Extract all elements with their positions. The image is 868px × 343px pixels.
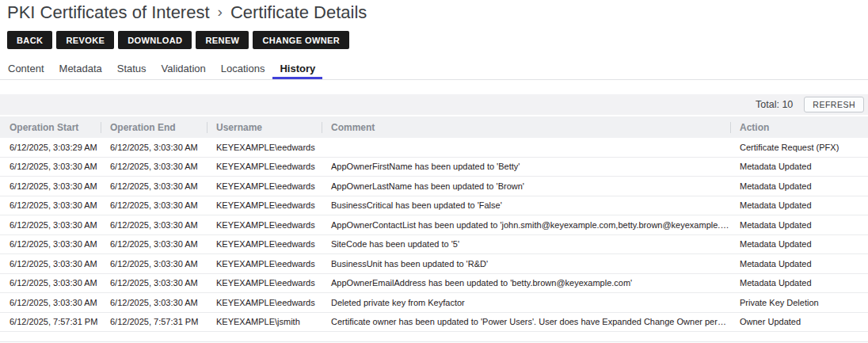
cell-operation-start: 6/12/2025, 3:03:30 AM: [0, 220, 101, 230]
cell-operation-end: 6/12/2025, 3:03:30 AM: [101, 239, 207, 249]
table-row[interactable]: 6/12/2025, 3:03:30 AM 6/12/2025, 3:03:30…: [0, 196, 868, 216]
tab-metadata[interactable]: Metadata: [52, 59, 109, 79]
table-row[interactable]: 6/12/2025, 7:57:31 PM 6/12/2025, 7:57:31…: [0, 313, 868, 333]
table-row[interactable]: 6/12/2025, 3:03:30 AM 6/12/2025, 3:03:30…: [0, 177, 868, 196]
cell-comment: AppOwnerFirstName has been updated to 'B…: [322, 162, 730, 171]
cell-operation-end: 6/12/2025, 3:03:30 AM: [101, 220, 207, 230]
cell-operation-start: 6/12/2025, 3:03:30 AM: [0, 162, 101, 171]
cell-operation-start: 6/12/2025, 3:03:30 AM: [0, 298, 101, 307]
cell-operation-end: 6/12/2025, 7:57:31 PM: [101, 317, 207, 326]
history-table-card: Total: 10 REFRESH Operation Start Operat…: [0, 94, 868, 342]
chevron-right-icon: ›: [218, 1, 223, 23]
cell-action: Private Key Deletion: [730, 298, 868, 307]
cell-comment: AppOwnerLastName has been updated to 'Br…: [322, 181, 730, 191]
table-header-row: Operation Start Operation End Username C…: [0, 116, 868, 138]
action-button-row: BACK REVOKE DOWNLOAD RENEW CHANGE OWNER: [7, 31, 868, 49]
table-row[interactable]: 6/12/2025, 3:03:30 AM 6/12/2025, 3:03:30…: [0, 274, 868, 294]
back-button[interactable]: BACK: [7, 31, 52, 49]
refresh-button[interactable]: REFRESH: [804, 97, 864, 112]
cell-comment: BusinessCritical has been updated to 'Fa…: [322, 200, 730, 210]
cell-username: KEYEXAMPLE\eedwards: [207, 298, 322, 307]
renew-button[interactable]: RENEW: [196, 31, 249, 49]
cell-comment: AppOwnerEmailAddress has been updated to…: [322, 278, 730, 288]
cell-comment: AppOwnerContactList has been updated to …: [322, 220, 730, 230]
cell-comment: Deleted private key from Keyfactor: [322, 298, 730, 307]
cell-operation-start: 6/12/2025, 3:03:30 AM: [0, 239, 101, 249]
table-row[interactable]: 6/12/2025, 3:03:30 AM 6/12/2025, 3:03:30…: [0, 158, 868, 177]
cell-operation-start: 6/12/2025, 7:57:31 PM: [0, 317, 101, 326]
cell-action: Certificate Request (PFX): [730, 143, 868, 152]
cell-operation-end: 6/12/2025, 3:03:30 AM: [101, 298, 207, 307]
change-owner-button[interactable]: CHANGE OWNER: [253, 31, 349, 49]
column-header-username[interactable]: Username: [207, 122, 322, 133]
tab-locations[interactable]: Locations: [214, 59, 272, 79]
cell-action: Owner Updated: [730, 317, 868, 326]
cell-comment: SiteCode has been updated to '5': [322, 239, 730, 249]
breadcrumb: PKI Certificates of Interest › Certifica…: [7, 2, 868, 24]
cell-operation-start: 6/12/2025, 3:03:30 AM: [0, 200, 101, 210]
total-count-label: Total: 10: [756, 99, 793, 110]
cell-username: KEYEXAMPLE\eedwards: [207, 143, 322, 152]
tab-bar: Content Metadata Status Validation Locat…: [0, 59, 868, 80]
column-header-action[interactable]: Action: [730, 122, 868, 133]
table-toolbar: Total: 10 REFRESH: [0, 94, 868, 115]
cell-username: KEYEXAMPLE\eedwards: [207, 162, 322, 171]
cell-action: Metadata Updated: [730, 162, 868, 171]
cell-username: KEYEXAMPLE\eedwards: [207, 239, 322, 249]
cell-username: KEYEXAMPLE\eedwards: [207, 181, 322, 191]
cell-username: KEYEXAMPLE\eedwards: [207, 200, 322, 210]
table-row[interactable]: 6/12/2025, 3:03:30 AM 6/12/2025, 3:03:30…: [0, 293, 868, 313]
tab-status[interactable]: Status: [110, 59, 154, 79]
cell-operation-end: 6/12/2025, 3:03:30 AM: [101, 162, 207, 171]
cell-operation-start: 6/12/2025, 3:03:30 AM: [0, 181, 101, 191]
cell-operation-start: 6/12/2025, 3:03:30 AM: [0, 278, 101, 288]
cell-username: KEYEXAMPLE\eedwards: [207, 259, 322, 269]
column-header-comment[interactable]: Comment: [322, 122, 730, 133]
column-header-operation-end[interactable]: Operation End: [101, 122, 207, 133]
cell-comment: BusinessUnit has been updated to 'R&D': [322, 259, 730, 269]
cell-operation-end: 6/12/2025, 3:03:30 AM: [101, 181, 207, 191]
table-row[interactable]: 6/12/2025, 3:03:30 AM 6/12/2025, 3:03:30…: [0, 235, 868, 255]
page-title: Certificate Details: [230, 2, 367, 24]
cell-action: Metadata Updated: [730, 278, 868, 288]
tab-content[interactable]: Content: [1, 59, 51, 79]
column-header-operation-start[interactable]: Operation Start: [0, 122, 101, 133]
cell-operation-end: 6/12/2025, 3:03:30 AM: [101, 278, 207, 288]
table-row[interactable]: 6/12/2025, 3:03:29 AM 6/12/2025, 3:03:30…: [0, 138, 868, 158]
cell-action: Metadata Updated: [730, 259, 868, 269]
cell-action: Metadata Updated: [730, 220, 868, 230]
cell-operation-end: 6/12/2025, 3:03:30 AM: [101, 200, 207, 210]
cell-operation-end: 6/12/2025, 3:03:30 AM: [101, 143, 207, 152]
table-body: 6/12/2025, 3:03:29 AM 6/12/2025, 3:03:30…: [0, 138, 868, 332]
cell-action: Metadata Updated: [730, 181, 868, 191]
cell-operation-end: 6/12/2025, 3:03:30 AM: [101, 259, 207, 269]
revoke-button[interactable]: REVOKE: [56, 31, 114, 49]
table-row[interactable]: 6/12/2025, 3:03:30 AM 6/12/2025, 3:03:30…: [0, 254, 868, 274]
cell-operation-start: 6/12/2025, 3:03:30 AM: [0, 259, 101, 269]
cell-username: KEYEXAMPLE\eedwards: [207, 278, 322, 288]
cell-operation-start: 6/12/2025, 3:03:29 AM: [0, 143, 101, 152]
cell-comment: Certificate owner has been updated to 'P…: [322, 317, 730, 326]
cell-username: KEYEXAMPLE\jsmith: [207, 317, 322, 326]
cell-username: KEYEXAMPLE\eedwards: [207, 220, 322, 230]
cell-action: Metadata Updated: [730, 200, 868, 210]
table-row[interactable]: 6/12/2025, 3:03:30 AM 6/12/2025, 3:03:30…: [0, 215, 868, 235]
breadcrumb-parent[interactable]: PKI Certificates of Interest: [7, 2, 210, 24]
download-button[interactable]: DOWNLOAD: [118, 31, 192, 49]
tab-history[interactable]: History: [272, 59, 322, 79]
cell-action: Metadata Updated: [730, 239, 868, 249]
tab-validation[interactable]: Validation: [154, 59, 213, 79]
